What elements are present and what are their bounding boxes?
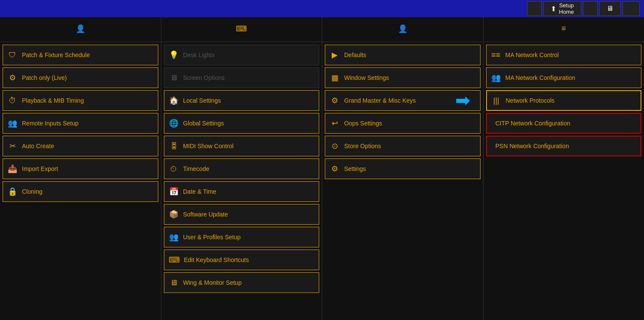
col1-item-icon-6: 🔒 <box>7 187 18 196</box>
col3-item-1[interactable]: ▦Window Settings <box>325 67 481 88</box>
top-bar: ⬆ SetupHome 🖥 <box>0 0 644 17</box>
user-icon: 👤 <box>398 24 407 34</box>
col4-item-4[interactable]: PSN Network Configuration <box>486 136 642 156</box>
col2-item-icon-9: ⌨ <box>169 255 180 265</box>
col4-item-icon-0: ≡≡ <box>491 51 501 60</box>
column-network: ≡≡MA Network Control👥MA Network Configur… <box>484 42 644 320</box>
monitor-icon: 🖥 <box>607 5 613 12</box>
col2-item-icon-1: 🖥 <box>169 73 179 82</box>
col2-item-7[interactable]: 📦Software Update <box>164 204 320 225</box>
col2-item-label-3: Global Settings <box>183 120 224 127</box>
col2-item-icon-7: 📦 <box>169 210 179 219</box>
col1-item-4[interactable]: ✂Auto Create <box>3 136 158 156</box>
setup-home-button[interactable]: ⬆ SetupHome <box>543 1 581 16</box>
col2-item-icon-5: ⏲ <box>169 165 179 174</box>
col4-item-3[interactable]: CITP Network Configuration <box>486 113 642 134</box>
close-button[interactable] <box>622 1 640 16</box>
col2-item-icon-3: 🌐 <box>169 119 179 128</box>
main-content: 🛡Patch & Fixture Schedule⚙Patch only (Li… <box>0 42 644 320</box>
col2-item-label-0: Desk Lights <box>183 52 215 58</box>
header-network[interactable]: ≡ <box>484 17 644 42</box>
col1-item-label-5: Import Export <box>22 165 58 172</box>
col2-item-icon-4: 🎛 <box>169 142 179 151</box>
monitor-button[interactable]: 🖥 <box>599 1 621 16</box>
col2-item-2[interactable]: 🏠Local Settings <box>164 90 320 111</box>
col1-item-5[interactable]: 📥Import Export <box>3 158 158 179</box>
col4-item-0[interactable]: ≡≡MA Network Control <box>486 45 642 65</box>
col1-item-label-2: Playback & MIB Timing <box>22 97 84 104</box>
col2-item-label-1: Screen Options <box>183 74 225 81</box>
col2-item-8[interactable]: 👥User & Profiles Setup <box>164 227 320 247</box>
col2-item-label-9: Edit Keyboard Shortcuts <box>184 256 249 263</box>
col3-item-icon-4: ⊙ <box>330 141 340 151</box>
col1-item-icon-3: 👥 <box>7 119 18 128</box>
col2-item-icon-6: 📅 <box>169 187 179 196</box>
col4-item-1[interactable]: 👥MA Network Configuration <box>486 67 642 88</box>
col2-item-0: 💡Desk Lights <box>164 45 320 65</box>
header-show[interactable]: 👤 <box>0 17 161 42</box>
col1-item-label-4: Auto Create <box>22 143 54 149</box>
col2-item-5[interactable]: ⏲Timecode <box>164 158 320 179</box>
col2-item-4[interactable]: 🎛MIDI Show Control <box>164 136 320 156</box>
network-icon: ≡ <box>561 24 566 33</box>
col3-item-icon-1: ▦ <box>330 73 340 82</box>
col1-item-icon-1: ⚙ <box>7 73 18 82</box>
col2-item-label-2: Local Settings <box>183 97 221 104</box>
col3-item-icon-5: ⚙ <box>330 164 340 174</box>
col3-item-5[interactable]: ⚙Settings <box>325 158 481 179</box>
col2-item-icon-2: 🏠 <box>169 96 179 105</box>
header-user[interactable]: 👤 <box>322 17 484 42</box>
col4-item-label-3: CITP Network Configuration <box>496 120 570 127</box>
col2-item-1: 🖥Screen Options <box>164 67 320 88</box>
col4-item-2[interactable]: |||Network Protocols <box>486 90 642 111</box>
col2-item-label-10: Wing & Monitor Setup <box>183 279 242 286</box>
header-console[interactable]: ⌨ <box>161 17 323 42</box>
col4-item-icon-2: ||| <box>491 96 502 105</box>
col2-item-10[interactable]: 🖥Wing & Monitor Setup <box>164 272 320 293</box>
col3-item-0[interactable]: ▶Defaults <box>325 45 481 65</box>
col3-item-2[interactable]: ⚙Grand Master & Misc Keys <box>325 90 481 111</box>
col2-item-label-7: Software Update <box>183 211 228 218</box>
col2-item-label-6: Date & Time <box>183 188 216 195</box>
col4-item-label-1: MA Network Configuration <box>505 74 576 81</box>
col2-item-6[interactable]: 📅Date & Time <box>164 181 320 202</box>
col2-item-9[interactable]: ⌨Edit Keyboard Shortcuts <box>164 250 320 270</box>
col2-item-icon-8: 👥 <box>169 232 179 242</box>
col1-item-3[interactable]: 👥Remote Inputs Setup <box>3 113 158 134</box>
tools-button[interactable] <box>527 1 542 16</box>
console-icon: ⌨ <box>236 24 247 34</box>
col1-item-6[interactable]: 🔒Cloning <box>3 181 158 202</box>
column-3: ▶Defaults▦Window Settings⚙Grand Master &… <box>322 42 484 320</box>
column-2: 💡Desk Lights🖥Screen Options🏠Local Settin… <box>161 42 323 320</box>
col3-item-label-4: Store Options <box>344 143 381 149</box>
col4-item-label-2: Network Protocols <box>506 97 555 104</box>
col1-item-icon-5: 📥 <box>7 164 18 174</box>
col3-item-label-5: Settings <box>344 165 366 172</box>
col1-item-label-6: Cloning <box>22 188 42 195</box>
col2-item-label-8: User & Profiles Setup <box>183 234 241 241</box>
col3-item-label-2: Grand Master & Misc Keys <box>344 97 416 104</box>
col3-item-label-1: Window Settings <box>344 74 389 81</box>
col4-item-label-0: MA Network Control <box>505 52 559 58</box>
col1-item-icon-2: ⏱ <box>7 96 18 105</box>
col2-item-icon-10: 🖥 <box>169 278 179 287</box>
col1-item-0[interactable]: 🛡Patch & Fixture Schedule <box>3 45 158 65</box>
col3-item-label-3: Oops Settings <box>344 120 382 127</box>
col2-item-icon-0: 💡 <box>169 50 179 60</box>
col1-item-2[interactable]: ⏱Playback & MIB Timing <box>3 90 158 111</box>
backup-button[interactable] <box>583 1 598 16</box>
col1-item-icon-4: ✂ <box>7 141 18 151</box>
col3-item-icon-3: ↩ <box>330 119 340 128</box>
col1-item-1[interactable]: ⚙Patch only (Live) <box>3 67 158 88</box>
header-row: 👤 ⌨ 👤 ≡ <box>0 17 644 42</box>
col3-item-4[interactable]: ⊙Store Options <box>325 136 481 156</box>
col3-item-icon-0: ▶ <box>330 50 340 60</box>
col4-item-label-4: PSN Network Configuration <box>496 143 569 149</box>
col1-item-icon-0: 🛡 <box>7 51 18 60</box>
col2-item-label-5: Timecode <box>183 165 210 172</box>
col1-item-label-1: Patch only (Live) <box>22 74 67 81</box>
col4-item-icon-1: 👥 <box>491 73 501 82</box>
col2-item-3[interactable]: 🌐Global Settings <box>164 113 320 134</box>
col3-item-3[interactable]: ↩Oops Settings <box>325 113 481 134</box>
col2-item-label-4: MIDI Show Control <box>183 143 234 149</box>
